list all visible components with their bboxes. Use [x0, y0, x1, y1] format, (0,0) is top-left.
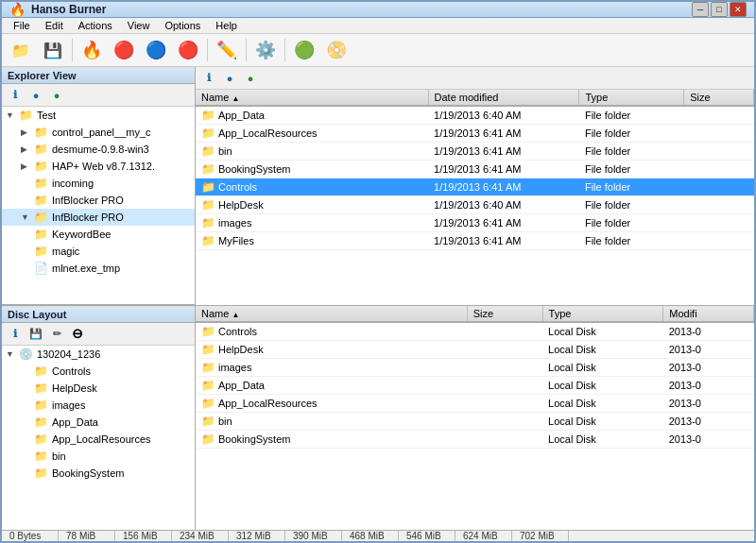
- disc-file-modified: 2013-0: [663, 430, 754, 448]
- file-table[interactable]: Name ▲ Date modified Type Size 📁App_Data…: [196, 90, 754, 305]
- eject-btn[interactable]: 📀: [321, 36, 352, 64]
- tree-item[interactable]: ▼ 📁 InfBlocker PRO: [2, 209, 195, 226]
- main-area: Explorer View ℹ ● ● ▼ 📁 Test ▶ 📁 control…: [2, 67, 754, 305]
- tree-item[interactable]: ▶ 📁 desmume-0.9.8-win3: [2, 141, 195, 158]
- col-type[interactable]: Type: [579, 90, 684, 106]
- disc-col-name[interactable]: Name ▲: [196, 306, 467, 322]
- menu-edit[interactable]: Edit: [38, 18, 71, 33]
- disc-root-item[interactable]: ▼ 💿 130204_1236: [2, 346, 195, 363]
- disc-content-row[interactable]: 📁Controls Local Disk 2013-0: [196, 322, 754, 341]
- disc-file-table[interactable]: Name ▲ Size Type Modifi 📁Controls Local …: [196, 306, 754, 530]
- settings-btn[interactable]: ⚙️: [250, 36, 281, 64]
- file-list-row[interactable]: 📁App_LocalResources 1/19/2013 6:41 AM Fi…: [196, 125, 754, 143]
- menu-view[interactable]: View: [120, 18, 158, 33]
- file-list-info-btn[interactable]: ℹ: [199, 70, 218, 87]
- menu-help[interactable]: Help: [208, 18, 245, 33]
- file-name: 📁App_Data: [196, 106, 428, 125]
- toolbar-sep-3: [246, 39, 247, 61]
- status-702mib: 702 MiB: [512, 531, 569, 541]
- disc-content-row[interactable]: 📁HelpDesk Local Disk 2013-0: [196, 340, 754, 358]
- tree-label: incoming: [52, 178, 94, 189]
- file-list-row[interactable]: 📁Controls 1/19/2013 6:41 AM File folder: [196, 178, 754, 196]
- menu-file[interactable]: File: [6, 18, 38, 33]
- file-list-row[interactable]: 📁BookingSystem 1/19/2013 6:41 AM File fo…: [196, 161, 754, 178]
- tree-item[interactable]: ▶ 📁 control_panel__my_c: [2, 124, 195, 141]
- disc-content-row[interactable]: 📁images Local Disk 2013-0: [196, 358, 754, 376]
- tree-item[interactable]: 📁 incoming: [2, 175, 195, 192]
- burn-btn[interactable]: 🔥: [77, 36, 107, 64]
- disc-edit-btn[interactable]: ✏: [47, 325, 66, 342]
- explorer-info-btn[interactable]: ℹ: [6, 87, 25, 104]
- folder-icon: 📁: [201, 234, 215, 247]
- disc-save-btn[interactable]: 💾: [26, 325, 45, 342]
- disc-tree-item[interactable]: 📁 App_LocalResources: [2, 431, 195, 448]
- file-list-row[interactable]: 📁HelpDesk 1/19/2013 6:40 AM File folder: [196, 196, 754, 214]
- disc-content-row[interactable]: 📁App_Data Local Disk 2013-0: [196, 376, 754, 394]
- file-size: [684, 125, 754, 143]
- disc-file-modified: 2013-0: [663, 376, 754, 394]
- pencil-btn[interactable]: ✏️: [212, 36, 242, 64]
- disc-content-row[interactable]: 📁BookingSystem Local Disk 2013-0: [196, 430, 754, 448]
- disc-content-row[interactable]: 📁App_LocalResources Local Disk 2013-0: [196, 394, 754, 412]
- menu-actions[interactable]: Actions: [71, 18, 120, 33]
- folder-icon: 📁: [201, 325, 215, 338]
- download-btn[interactable]: 🟢: [289, 36, 319, 64]
- app-title: Hanso Burner: [31, 3, 106, 16]
- disc-info-btn[interactable]: ℹ: [6, 325, 25, 342]
- tree-expand: ▶: [21, 161, 32, 171]
- disc-tree[interactable]: ▼ 💿 130204_1236 📁 Controls 📁 HelpDesk: [2, 346, 195, 530]
- file-list-row[interactable]: 📁MyFiles 1/19/2013 6:41 AM File folder: [196, 232, 754, 250]
- file-size: [684, 232, 754, 250]
- tree-item[interactable]: 📄 mlnet.exe_tmp: [2, 260, 195, 277]
- tree-label: BookingSystem: [52, 467, 124, 479]
- tree-item[interactable]: 📁 InfBlocker PRO: [2, 192, 195, 209]
- disc-tree-item[interactable]: 📁 App_Data: [2, 414, 195, 431]
- open-folder-btn[interactable]: 📁: [6, 36, 36, 64]
- disc-col-modified[interactable]: Modifi: [663, 306, 754, 322]
- erase-btn[interactable]: 🔴: [109, 36, 139, 64]
- explorer-tree[interactable]: ▼ 📁 Test ▶ 📁 control_panel__my_c ▶ 📁 des…: [2, 107, 195, 305]
- tree-item[interactable]: 📁 KeywordBee: [2, 226, 195, 243]
- file-list-green-btn[interactable]: ●: [241, 70, 260, 87]
- file-size: [684, 106, 754, 125]
- file-size: [684, 214, 754, 232]
- disc-file-type: Local Disk: [542, 340, 663, 358]
- close-button[interactable]: ✕: [730, 2, 747, 17]
- stop-btn[interactable]: 🔴: [173, 36, 203, 64]
- tree-item[interactable]: ▼ 📁 Test: [2, 107, 195, 124]
- file-list-row[interactable]: 📁bin 1/19/2013 6:41 AM File folder: [196, 143, 754, 161]
- folder-icon: 📁: [201, 144, 215, 158]
- disc-tree-item[interactable]: 📁 images: [2, 397, 195, 414]
- main-toolbar: 📁 💾 🔥 🔴 🔵 🔴 ✏️ ⚙️ 🟢 📀: [2, 34, 754, 67]
- explorer-refresh-btn[interactable]: ●: [26, 87, 45, 104]
- file-list-row[interactable]: 📁images 1/19/2013 6:41 AM File folder: [196, 214, 754, 232]
- disc-tree-item[interactable]: 📁 Controls: [2, 363, 195, 380]
- explorer-green-btn[interactable]: ●: [47, 87, 66, 104]
- disc-remove-btn[interactable]: ⊖: [68, 325, 87, 342]
- refresh-btn[interactable]: 🔵: [141, 36, 171, 64]
- maximize-button[interactable]: □: [711, 2, 728, 17]
- file-list-panel: ℹ ● ● Name ▲ Date modified Type Size: [196, 67, 754, 305]
- tree-item[interactable]: ▶ 📁 HAP+ Web v8.7.1312.: [2, 158, 195, 175]
- folder-icon: 📁: [19, 109, 33, 122]
- disc-icon: 💿: [19, 348, 33, 361]
- file-size: [684, 143, 754, 161]
- file-list-refresh-btn[interactable]: ●: [220, 70, 239, 87]
- tree-item[interactable]: 📁 magic: [2, 243, 195, 260]
- disc-tree-item[interactable]: 📁 bin: [2, 448, 195, 465]
- folder-icon: 📁: [34, 160, 48, 173]
- disc-col-type[interactable]: Type: [542, 306, 663, 322]
- menu-options[interactable]: Options: [157, 18, 208, 33]
- disc-tree-item[interactable]: 📁 HelpDesk: [2, 380, 195, 397]
- col-date[interactable]: Date modified: [428, 90, 579, 106]
- disc-content-row[interactable]: 📁bin Local Disk 2013-0: [196, 412, 754, 430]
- minimize-button[interactable]: ─: [692, 2, 709, 17]
- disc-tree-item[interactable]: 📁 BookingSystem: [2, 465, 195, 482]
- tree-expand: ▼: [21, 212, 32, 222]
- file-list-row[interactable]: 📁App_Data 1/19/2013 6:40 AM File folder: [196, 106, 754, 125]
- col-size[interactable]: Size: [684, 90, 754, 106]
- disc-col-size[interactable]: Size: [467, 306, 542, 322]
- tree-expand: ▶: [21, 127, 32, 137]
- save-btn[interactable]: 💾: [38, 36, 68, 64]
- col-name[interactable]: Name ▲: [196, 90, 428, 106]
